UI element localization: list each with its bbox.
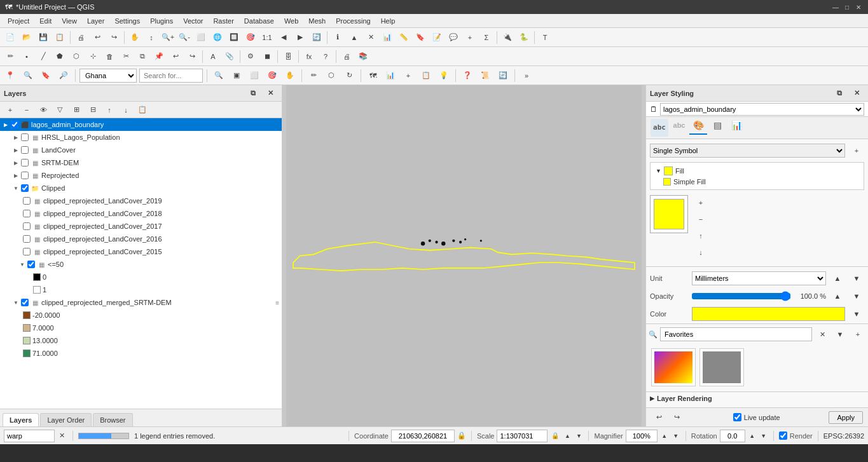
layer-checkbox-hrsl[interactable] (21, 133, 29, 141)
filter-btn[interactable]: 🔍 (211, 68, 226, 83)
layer-item-v71[interactable]: 71.0000 (0, 347, 282, 360)
menu-mesh[interactable]: Mesh (303, 16, 331, 26)
color-menu-btn[interactable]: ▼ (849, 306, 864, 322)
layers-close-btn[interactable]: ✕ (263, 86, 278, 101)
expand-icon-fill[interactable]: ▼ (656, 168, 661, 174)
menu-web[interactable]: Web (279, 16, 303, 26)
show-tips-btn[interactable]: 💡 (436, 68, 451, 83)
digitize-btn[interactable]: ✏ (3, 49, 18, 64)
layer-item-srtm-merged[interactable]: ▼ ▦ clipped_reprojected_merged_SRTM-DEM … (0, 296, 282, 309)
tab-browser[interactable]: Browser (93, 413, 132, 426)
layer-options-btn[interactable]: ≡ (275, 299, 279, 306)
scale-lock-btn[interactable]: 🔒 (550, 431, 560, 441)
scale-down-btn[interactable]: ▼ (574, 431, 583, 440)
menu-help[interactable]: Help (376, 16, 401, 26)
layer-checkbox-c2016[interactable] (23, 235, 31, 243)
color-picker-btn[interactable] (692, 307, 845, 321)
add-symbol-btn[interactable]: + (849, 143, 864, 158)
add-layer-symbol-btn[interactable]: + (693, 195, 708, 210)
styling-close-btn[interactable]: ✕ (849, 86, 864, 101)
opacity-up[interactable]: ▲ (830, 289, 845, 304)
layer-checkbox-landcover[interactable] (21, 146, 29, 154)
python-btn[interactable]: 🐍 (516, 30, 532, 45)
layer-item-clipped2017[interactable]: ▦ clipped_reprojected_LandCover_2017 (0, 220, 282, 233)
menu-raster[interactable]: Raster (208, 16, 238, 26)
zoom-layer[interactable]: 🔲 (226, 30, 242, 45)
rotate-btn[interactable]: ↻ (341, 68, 357, 83)
move-up-btn[interactable]: ↑ (102, 102, 117, 118)
styling-tab-abc2[interactable]: abc (670, 117, 688, 135)
layer-checkbox-c2015[interactable] (23, 248, 31, 255)
expand-icon[interactable]: ▶ (3, 121, 9, 128)
layer-checkbox-lagos[interactable] (11, 121, 18, 128)
label-tool[interactable]: A (205, 49, 221, 64)
menu-settings[interactable]: Settings (109, 16, 145, 26)
layer-item-lte50[interactable]: ▼ ▦ <=50 (0, 258, 282, 271)
styling-tab-abc1[interactable]: abc (651, 119, 668, 137)
layers-float-btn[interactable]: ⧉ (245, 86, 261, 101)
annotations[interactable]: 📝 (429, 30, 444, 45)
expand-icon-clipped[interactable]: ▼ (13, 185, 19, 191)
tab-layers[interactable]: Layers (3, 413, 39, 426)
add-line[interactable]: ╱ (36, 49, 51, 64)
zoom-native[interactable]: 1:1 (259, 30, 275, 45)
menu-vector[interactable]: Vector (178, 16, 208, 26)
zoom-selection[interactable]: 🎯 (243, 30, 258, 45)
expand-icon[interactable]: ▶ (13, 147, 19, 153)
menu-database[interactable]: Database (239, 16, 279, 26)
rot-up-btn[interactable]: ▲ (748, 431, 757, 440)
redo-edit[interactable]: ↪ (184, 49, 200, 64)
spatial-bookmarks[interactable]: 🔖 (413, 30, 428, 45)
move-layer-down-btn[interactable]: ↓ (693, 245, 708, 260)
layer-checkbox-c2017[interactable] (23, 222, 31, 230)
mag-up-btn[interactable]: ▲ (660, 431, 669, 440)
zoom-rubber-band[interactable]: ⬜ (193, 30, 209, 45)
print-button[interactable]: 🖨 (73, 30, 88, 45)
map-tips[interactable]: 💬 (446, 30, 461, 45)
statistical-summary[interactable]: Σ (479, 30, 494, 45)
layer-item-clipped[interactable]: ▼ 📁 Clipped (0, 182, 282, 194)
layer-item-landcover[interactable]: ▶ ▦ LandCover (0, 144, 282, 156)
label-btn[interactable]: T (537, 30, 553, 45)
layer-checkbox-srtm[interactable] (21, 159, 29, 166)
move-down-btn[interactable]: ↓ (118, 102, 134, 118)
layer-checkbox-c2019[interactable] (23, 197, 31, 205)
check-updates-btn[interactable]: 🔄 (495, 68, 511, 83)
move-feature[interactable]: ⊹ (85, 49, 100, 64)
select-location-btn[interactable]: 📍 (3, 68, 18, 83)
opacity-down[interactable]: ▼ (849, 289, 864, 304)
favorites-search-input[interactable] (660, 327, 812, 341)
undo-edit[interactable]: ↩ (168, 49, 183, 64)
zoom-full[interactable]: 🌐 (210, 30, 225, 45)
layer-item-clipped2019[interactable]: ▦ clipped_reprojected_LandCover_2019 (0, 194, 282, 207)
warp-input[interactable] (4, 430, 55, 442)
menu-project[interactable]: Project (3, 16, 34, 26)
map-theme-btn[interactable]: 🗺 (365, 68, 380, 83)
styling-tab-chart[interactable]: 📊 (727, 117, 745, 135)
fav-gradient-item[interactable] (651, 348, 696, 386)
location-magnifier[interactable]: 🔎 (56, 68, 71, 83)
field-calc[interactable]: fx (301, 49, 317, 64)
move-layer-up-btn[interactable]: ↑ (693, 228, 708, 243)
invert-sel-btn[interactable]: ⬜ (247, 68, 262, 83)
pan-map-button[interactable]: ↕ (144, 30, 159, 45)
expand-icon[interactable]: ▶ (13, 134, 19, 140)
zoom-location-btn[interactable]: 🔍 (20, 68, 36, 83)
layer-item-v13[interactable]: 13.0000 (0, 334, 282, 347)
help-tool-btn[interactable]: ❓ (460, 68, 475, 83)
layer-item-clipped2015[interactable]: ▦ clipped_reprojected_LandCover_2015 (0, 245, 282, 258)
layer-select-dropdown[interactable]: lagos_admin_boundary (660, 103, 864, 116)
minimize-button[interactable]: — (831, 3, 840, 11)
map-area[interactable] (282, 85, 645, 426)
warp-clear-btn[interactable]: ✕ (56, 430, 67, 442)
coordinate-input[interactable] (391, 430, 455, 442)
mag-down-btn[interactable]: ▼ (672, 431, 680, 440)
layer-style-copy[interactable]: 📋 (135, 102, 150, 118)
pan-to-sel-btn[interactable]: ✋ (282, 68, 298, 83)
add-layer-btn[interactable]: + (3, 102, 18, 118)
zoom-to-sel-btn[interactable]: 🎯 (265, 68, 280, 83)
digitize-main-btn[interactable]: ✏ (306, 68, 321, 83)
pan-button[interactable]: ✋ (127, 30, 142, 45)
scale-input[interactable] (497, 430, 548, 442)
delete-selected[interactable]: 🗑 (102, 49, 117, 64)
